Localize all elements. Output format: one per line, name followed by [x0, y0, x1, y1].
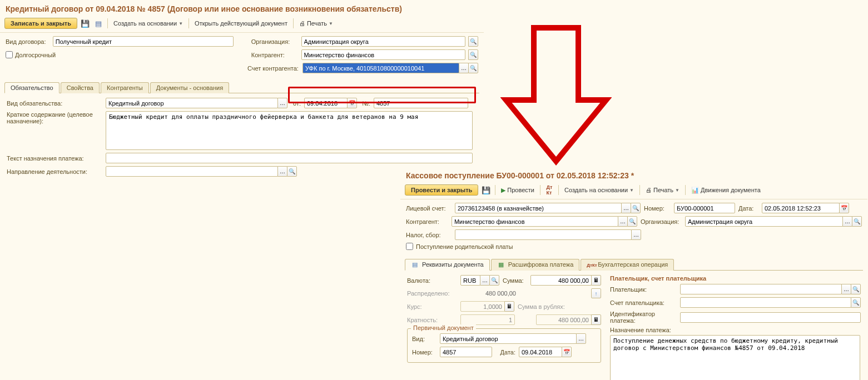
pd-date-label: Дата:	[495, 349, 515, 356]
toolbar-separator	[540, 185, 540, 195]
obligation-type-input[interactable]	[106, 98, 278, 108]
more-icon[interactable]: …	[841, 284, 851, 294]
allocated-value: 480 000,00	[460, 290, 516, 297]
tab-label: Бухгалтерская операция	[598, 261, 668, 268]
cp-account-input[interactable]	[302, 63, 459, 73]
lookup-icon[interactable]: 🔍	[468, 49, 478, 60]
summary-textarea[interactable]	[106, 111, 473, 150]
account-input[interactable]	[455, 203, 622, 213]
calendar-icon[interactable]: 📅	[839, 203, 849, 213]
organization-label: Организация:	[251, 38, 298, 45]
counterparty-input[interactable]	[452, 216, 618, 227]
tab-basis-docs[interactable]: Документы - основания	[150, 82, 229, 93]
rate-label: Курс:	[407, 303, 457, 310]
payer-acc-input[interactable]	[680, 297, 851, 308]
form-title: Кассовое поступление БУ00-000001 от 02.0…	[400, 167, 867, 183]
more-icon[interactable]: …	[618, 216, 628, 227]
date-input[interactable]	[762, 203, 840, 213]
organization-input[interactable]	[301, 36, 466, 47]
tab-label: Реквизиты документа	[422, 261, 484, 268]
organization-input[interactable]	[685, 216, 843, 227]
save-icon[interactable]: 💾	[480, 184, 492, 196]
post-button[interactable]: ▶ Провести	[499, 185, 537, 196]
lookup-icon[interactable]: 🔍	[489, 275, 499, 286]
number-label: №:	[360, 100, 370, 107]
sum-input[interactable]	[530, 275, 592, 286]
open-active-doc-link[interactable]: Открыть действующий документ	[192, 18, 290, 28]
dtkt-icon[interactable]: ДтКт	[544, 184, 555, 196]
lookup-icon[interactable]: 🔍	[468, 36, 478, 47]
pd-num-label: Номер:	[412, 349, 437, 356]
long-term-label: Долгосрочный	[15, 52, 56, 58]
more-icon[interactable]: …	[480, 275, 490, 286]
tabs: Обязательство Свойства Контрагенты Докум…	[4, 82, 479, 93]
more-icon[interactable]: …	[459, 63, 469, 73]
save-close-button[interactable]: Записать и закрыть	[4, 18, 77, 29]
contract-type-input[interactable]	[53, 36, 234, 47]
tab-properties[interactable]: Свойства	[61, 82, 100, 93]
movements-link[interactable]: 📊 Движения документа	[689, 185, 763, 196]
calculator-icon[interactable]: 🖩	[504, 301, 514, 312]
toolbar-separator	[685, 185, 686, 195]
counterparty-input[interactable]	[301, 49, 466, 60]
document-icon: ▤	[411, 261, 419, 268]
calendar-icon[interactable]: 📅	[347, 98, 357, 108]
print-menu[interactable]: 🖨 Печать ▼	[297, 18, 335, 28]
tax-input[interactable]	[455, 229, 632, 240]
more-icon[interactable]: …	[277, 98, 287, 108]
pd-num-input[interactable]	[440, 347, 492, 357]
list-icon[interactable]: ▤	[93, 18, 104, 29]
tab-accounting[interactable]: ДтКт Бухгалтерская операция	[581, 259, 674, 271]
calculator-icon[interactable]: 🖩	[591, 275, 601, 286]
create-based-menu[interactable]: Создать на основании ▼	[562, 185, 636, 195]
print-menu[interactable]: 🖨 Печать ▼	[643, 185, 682, 195]
payment-text-input[interactable]	[106, 153, 473, 163]
number-input[interactable]	[674, 203, 735, 213]
more-icon[interactable]: …	[631, 229, 641, 240]
purpose-textarea[interactable]	[610, 335, 860, 380]
create-based-menu[interactable]: Создать на основании ▼	[111, 18, 185, 28]
tab-counterparties[interactable]: Контрагенты	[101, 82, 149, 93]
more-icon[interactable]: …	[576, 333, 586, 344]
toolbar-separator	[495, 185, 495, 195]
lookup-icon[interactable]: 🔍	[851, 284, 861, 294]
create-based-label: Создать на основании	[564, 187, 628, 193]
chevron-down-icon: ▼	[629, 188, 634, 193]
lookup-icon[interactable]: 🔍	[627, 216, 637, 227]
obligation-number-input[interactable]	[374, 98, 468, 108]
lookup-icon[interactable]: 🔍	[631, 203, 641, 213]
currency-input[interactable]	[460, 275, 480, 286]
payer-input[interactable]	[680, 284, 842, 294]
activity-input[interactable]	[106, 166, 278, 177]
post-close-button[interactable]: Провести и закрыть	[405, 184, 478, 196]
obligation-date-input[interactable]	[304, 98, 348, 108]
payment-text-label: Текст назначения платежа:	[7, 155, 102, 162]
calendar-icon[interactable]: 📅	[562, 347, 572, 357]
parent-pay-checkbox[interactable]	[406, 243, 413, 250]
pd-type-input[interactable]	[440, 333, 577, 344]
chart-icon: 📊	[691, 187, 699, 194]
lookup-icon[interactable]: 🔍	[468, 63, 478, 73]
tab-payment-details[interactable]: ▦ Расшифровка платежа	[491, 259, 580, 271]
tab-requisites[interactable]: ▤ Реквизиты документа	[405, 259, 490, 271]
tab-obligation[interactable]: Обязательство	[4, 82, 59, 93]
more-icon[interactable]: …	[621, 203, 631, 213]
lookup-icon[interactable]: 🔍	[851, 297, 861, 308]
arrow-up-icon[interactable]: ↑	[591, 288, 601, 298]
print-label: Печать	[307, 20, 327, 27]
long-term-checkbox[interactable]	[6, 51, 13, 58]
payer-section-title: Плательщик, счет плательщика	[610, 275, 861, 282]
post-icon: ▶	[501, 187, 505, 194]
more-icon[interactable]: …	[842, 216, 852, 227]
allocated-label: Распределено:	[407, 290, 457, 297]
calculator-icon[interactable]: 🖩	[591, 314, 601, 325]
pd-date-input[interactable]	[519, 347, 562, 357]
more-icon[interactable]: …	[277, 166, 287, 177]
chevron-down-icon: ▼	[329, 21, 333, 26]
mult-label: Кратность:	[407, 317, 457, 323]
payment-id-input[interactable]	[680, 312, 861, 323]
save-icon[interactable]: 💾	[80, 18, 91, 29]
lookup-icon[interactable]: 🔍	[287, 166, 297, 177]
primary-doc-legend: Первичный документ	[411, 324, 476, 331]
lookup-icon[interactable]: 🔍	[852, 216, 862, 227]
